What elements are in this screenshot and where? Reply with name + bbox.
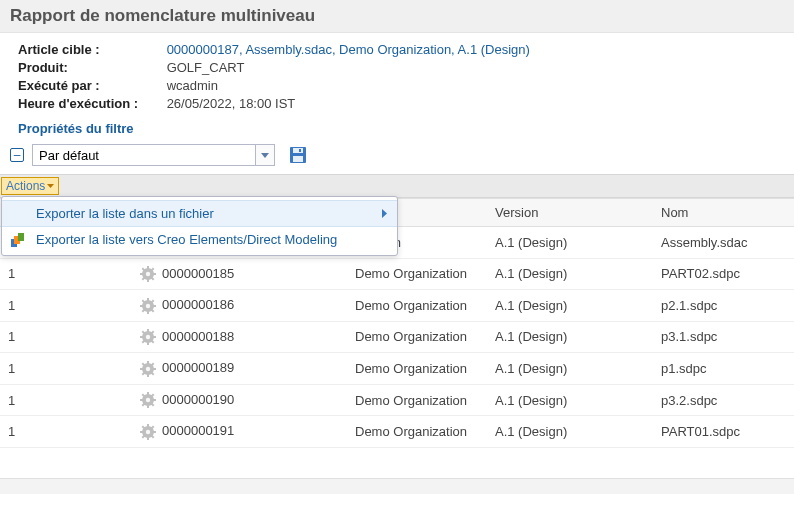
cell-version: A.1 (Design) (487, 227, 653, 259)
cell-version: A.1 (Design) (487, 416, 653, 448)
cell-org[interactable]: Demo Organization (347, 353, 487, 385)
svg-rect-34 (140, 305, 143, 307)
cell-number: 0000000188 (106, 321, 347, 353)
svg-rect-4 (299, 149, 301, 152)
svg-rect-73 (147, 437, 149, 440)
col-name[interactable]: Nom (653, 199, 794, 227)
svg-marker-0 (261, 153, 269, 158)
svg-rect-44 (140, 336, 143, 338)
meta-label-executed-by: Exécuté par : (18, 77, 163, 95)
gear-icon (140, 266, 156, 282)
svg-point-61 (146, 398, 150, 402)
svg-rect-24 (140, 273, 143, 275)
table-row: 10000000188Demo OrganizationA.1 (Design)… (0, 321, 794, 353)
cell-version: A.1 (Design) (487, 353, 653, 385)
cell-number: 0000000190 (106, 384, 347, 416)
menu-export-creo-label: Exporter la liste vers Creo Elements/Dir… (36, 232, 337, 247)
svg-point-21 (146, 272, 150, 276)
cell-number-text: 0000000185 (162, 266, 234, 281)
svg-rect-43 (147, 342, 149, 345)
table-row: 10000000189Demo OrganizationA.1 (Design)… (0, 353, 794, 385)
svg-rect-45 (153, 336, 156, 338)
chevron-down-icon (261, 153, 269, 158)
svg-rect-63 (147, 405, 149, 408)
cell-org[interactable]: Demo Organization (347, 321, 487, 353)
menu-export-creo[interactable]: Exporter la liste vers Creo Elements/Dir… (2, 227, 397, 252)
svg-rect-22 (147, 266, 149, 269)
svg-rect-62 (147, 392, 149, 395)
svg-rect-35 (153, 305, 156, 307)
meta-value-target[interactable]: 0000000187, Assembly.sdac, Demo Organiza… (167, 41, 530, 59)
cell-name: PART01.sdpc (653, 416, 794, 448)
cell-name: p3.2.sdpc (653, 384, 794, 416)
svg-rect-65 (153, 399, 156, 401)
actions-button[interactable]: Actions (1, 177, 59, 195)
cell-org[interactable]: Demo Organization (347, 384, 487, 416)
cell-number-text: 0000000186 (162, 297, 234, 312)
svg-rect-9 (18, 233, 24, 241)
table-row: 10000000191Demo OrganizationA.1 (Design)… (0, 416, 794, 448)
cell-name: p1.sdpc (653, 353, 794, 385)
meta-label-product: Produit: (18, 59, 163, 77)
meta-value-executed-time: 26/05/2022, 18:00 IST (167, 95, 296, 113)
meta-value-product: GOLF_CART (167, 59, 245, 77)
chevron-down-icon (47, 184, 54, 188)
actions-button-label: Actions (6, 179, 45, 193)
cell-depth: 1 (0, 258, 106, 290)
cell-depth: 1 (0, 321, 106, 353)
save-icon[interactable] (289, 146, 307, 164)
svg-rect-25 (153, 273, 156, 275)
gear-icon (140, 361, 156, 377)
gear-icon (140, 424, 156, 440)
cell-depth: 1 (0, 416, 106, 448)
cell-org[interactable]: Demo Organization (347, 416, 487, 448)
cell-name: p2.1.sdpc (653, 290, 794, 322)
svg-point-41 (146, 335, 150, 339)
cell-name: p3.1.sdpc (653, 321, 794, 353)
svg-rect-55 (153, 368, 156, 370)
view-combo-input[interactable] (32, 144, 256, 166)
cell-org[interactable]: Demo Organization (347, 258, 487, 290)
cell-number: 0000000186 (106, 290, 347, 322)
actions-dropdown: Exporter la liste dans un fichier Export… (1, 196, 398, 256)
filter-properties-link[interactable]: Propriétés du filtre (0, 117, 794, 142)
svg-marker-6 (382, 209, 387, 218)
svg-point-51 (146, 367, 150, 371)
col-version[interactable]: Version (487, 199, 653, 227)
svg-rect-74 (140, 431, 143, 433)
cell-version: A.1 (Design) (487, 384, 653, 416)
cell-org[interactable]: Demo Organization (347, 290, 487, 322)
view-combo[interactable] (32, 144, 275, 166)
svg-point-71 (146, 430, 150, 434)
meta-label-target: Article cible : (18, 41, 163, 59)
table-row: 10000000190Demo OrganizationA.1 (Design)… (0, 384, 794, 416)
meta-value-executed-by: wcadmin (167, 77, 218, 95)
cell-number: 0000000191 (106, 416, 347, 448)
menu-export-list[interactable]: Exporter la liste dans un fichier (2, 200, 397, 227)
cell-number-text: 0000000190 (162, 392, 234, 407)
gear-icon (140, 298, 156, 314)
cell-version: A.1 (Design) (487, 258, 653, 290)
table-row: 10000000185Demo OrganizationA.1 (Design)… (0, 258, 794, 290)
svg-rect-23 (147, 279, 149, 282)
cell-depth: 1 (0, 290, 106, 322)
title-bar: Rapport de nomenclature multiniveau (0, 0, 794, 33)
view-combo-trigger[interactable] (256, 144, 275, 166)
cell-depth: 1 (0, 384, 106, 416)
menu-export-list-label: Exporter la liste dans un fichier (36, 206, 214, 221)
cad-export-icon (10, 232, 26, 248)
cell-depth: 1 (0, 353, 106, 385)
table-row: 10000000186Demo OrganizationA.1 (Design)… (0, 290, 794, 322)
svg-rect-33 (147, 311, 149, 314)
collapse-toggle-icon[interactable]: – (10, 148, 24, 162)
svg-rect-75 (153, 431, 156, 433)
svg-rect-53 (147, 374, 149, 377)
meta-label-executed-time: Heure d'exécution : (18, 95, 163, 113)
cell-name: Assembly.sdac (653, 227, 794, 259)
page-title: Rapport de nomenclature multiniveau (10, 6, 784, 26)
cell-number-text: 0000000188 (162, 329, 234, 344)
toolbar: Actions Exporter la liste dans un fichie… (0, 174, 794, 198)
gear-icon (140, 392, 156, 408)
svg-marker-5 (47, 184, 54, 188)
cell-version: A.1 (Design) (487, 290, 653, 322)
